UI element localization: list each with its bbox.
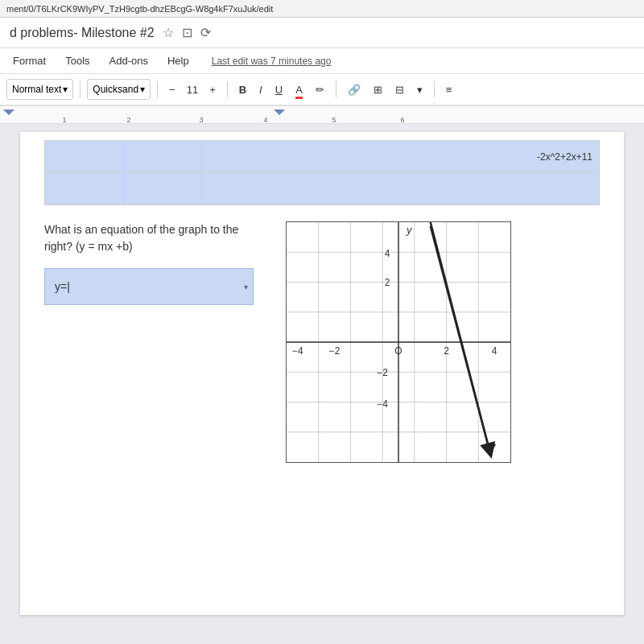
x-label-neg4: −4 bbox=[292, 345, 303, 357]
coordinate-graph: −4 −2 O 2 4 4 2 −2 −4 y bbox=[286, 221, 511, 463]
menu-format[interactable]: Format bbox=[10, 53, 49, 68]
bold-button[interactable]: B bbox=[234, 79, 251, 100]
y-label-4: 4 bbox=[385, 248, 390, 259]
font-dropdown[interactable]: Quicksand ▾ bbox=[87, 79, 151, 100]
question-text: What is an equation of the graph to the … bbox=[44, 221, 270, 255]
font-size-value: 11 bbox=[184, 84, 201, 96]
table-cell-2-3 bbox=[202, 173, 600, 205]
ruler-tick-5: 5 bbox=[332, 116, 336, 124]
table-cell-1-3: -2x^2+2x+11 bbox=[202, 141, 600, 173]
y-label-neg2: −2 bbox=[377, 367, 388, 378]
ruler-tick-3: 3 bbox=[199, 116, 203, 124]
ruler-tick-6: 6 bbox=[400, 116, 404, 124]
menu-bar: Format Tools Add-ons Help Last edit was … bbox=[0, 48, 644, 74]
toolbar-divider-1 bbox=[80, 81, 80, 97]
font-arrow-icon: ▾ bbox=[140, 84, 145, 95]
question-area: What is an equation of the graph to the … bbox=[44, 221, 600, 466]
y-label-neg4: −4 bbox=[377, 398, 388, 410]
x-label-neg2: −2 bbox=[329, 345, 341, 357]
table-cell-1-1 bbox=[45, 141, 124, 173]
document-title: d problems- Milestone #2 bbox=[10, 26, 155, 40]
pencil-icon[interactable]: ✏ bbox=[311, 79, 329, 100]
star-icon[interactable]: ☆ bbox=[163, 25, 174, 40]
question-left: What is an equation of the graph to the … bbox=[44, 221, 270, 466]
answer-input-box[interactable]: y= ▾ bbox=[44, 268, 254, 305]
menu-tools[interactable]: Tools bbox=[62, 53, 93, 68]
toolbar-divider-2 bbox=[157, 81, 158, 97]
toolbar-divider-5 bbox=[434, 81, 435, 97]
ruler-tick-2: 2 bbox=[126, 116, 130, 124]
font-color-icon: A bbox=[295, 84, 303, 99]
ruler-right-indent-icon[interactable] bbox=[274, 109, 285, 115]
y-label-2: 2 bbox=[385, 278, 390, 289]
toolbar-divider-3 bbox=[227, 81, 228, 97]
ruler-tick-1: 1 bbox=[62, 116, 66, 124]
x-label-4: 4 bbox=[492, 345, 497, 357]
url-text: ment/0/T6LKrCK9WIyPV_TzH9cgtb-dhzEBcgG-W… bbox=[6, 4, 273, 14]
more-options-button[interactable]: ▾ bbox=[412, 79, 427, 100]
document-table: -2x^2+2x+11 bbox=[44, 140, 600, 205]
menu-help[interactable]: Help bbox=[164, 53, 192, 68]
document-area: -2x^2+2x+11 What is an equation of the g… bbox=[0, 124, 644, 644]
answer-label: y= bbox=[55, 280, 67, 293]
y-axis-label: y bbox=[406, 224, 413, 236]
style-label: Normal text bbox=[12, 84, 61, 95]
arrow-head bbox=[485, 444, 496, 454]
style-dropdown[interactable]: Normal text ▾ bbox=[6, 79, 73, 100]
last-edit-text: Last edit was 7 minutes ago bbox=[212, 56, 332, 67]
graph-container: −4 −2 O 2 4 4 2 −2 −4 y bbox=[286, 221, 511, 466]
font-size-minus-button[interactable]: − bbox=[164, 79, 180, 100]
comment-button[interactable]: ⊞ bbox=[369, 79, 387, 100]
answer-dropdown-icon[interactable]: ▾ bbox=[244, 283, 248, 291]
table-row-2 bbox=[45, 173, 600, 205]
font-size-plus-button[interactable]: + bbox=[204, 79, 221, 100]
title-bar: d problems- Milestone #2 ☆ ⊡ ⟳ bbox=[0, 18, 644, 48]
url-bar: ment/0/T6LKrCK9WIyPV_TzH9cgtb-dhzEBcgG-W… bbox=[0, 0, 644, 18]
style-arrow-icon: ▾ bbox=[63, 84, 68, 95]
ruler-tick-4: 4 bbox=[263, 116, 267, 124]
underline-button[interactable]: U bbox=[270, 79, 287, 100]
font-label: Quicksand bbox=[93, 84, 138, 95]
toolbar-divider-4 bbox=[336, 81, 336, 97]
ruler-left-indent-icon[interactable] bbox=[3, 109, 14, 115]
ruler: 1 2 3 4 5 6 bbox=[0, 106, 644, 124]
link-button[interactable]: 🔗 bbox=[343, 79, 365, 100]
x-label-zero: O bbox=[394, 345, 402, 357]
menu-button[interactable]: ≡ bbox=[441, 79, 457, 100]
toolbar: Normal text ▾ Quicksand ▾ − 11 + B I U A… bbox=[0, 74, 644, 106]
sync-icon[interactable]: ⟳ bbox=[200, 25, 211, 40]
graph-line-with-arrow bbox=[431, 226, 489, 451]
folder-icon[interactable]: ⊡ bbox=[182, 25, 192, 40]
italic-button[interactable]: I bbox=[254, 79, 267, 100]
image-button[interactable]: ⊟ bbox=[390, 79, 409, 100]
table-row: -2x^2+2x+11 bbox=[45, 141, 600, 173]
x-label-2: 2 bbox=[444, 345, 449, 357]
document-page: -2x^2+2x+11 What is an equation of the g… bbox=[20, 132, 624, 615]
font-color-button[interactable]: A bbox=[291, 79, 308, 100]
table-cell-2-2 bbox=[123, 173, 202, 205]
table-cell-1-2 bbox=[123, 141, 202, 173]
table-cell-2-1 bbox=[45, 173, 124, 205]
menu-addons[interactable]: Add-ons bbox=[106, 53, 151, 68]
